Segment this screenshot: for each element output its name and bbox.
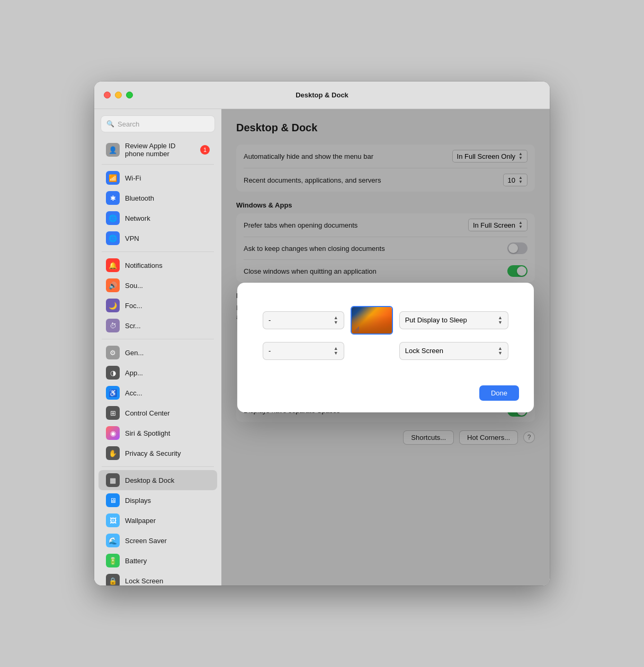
sidebar-label: Foc...	[125, 302, 142, 310]
modal-action-select-1[interactable]: Put Display to Sleep ▲▼	[399, 311, 508, 329]
traffic-lights	[104, 92, 133, 98]
sidebar-label: App...	[125, 369, 143, 377]
modal-corner-select-2[interactable]: - ▲▼	[263, 342, 344, 360]
bluetooth-icon: ✱	[106, 191, 120, 205]
privacy-icon: ✋	[106, 446, 120, 460]
sidebar-label: Siri & Spotlight	[125, 429, 170, 437]
sidebar-item-siri-spotlight[interactable]: ◉ Siri & Spotlight	[99, 423, 217, 443]
sidebar-item-focus[interactable]: 🌙 Foc...	[99, 295, 217, 316]
sidebar-item-displays[interactable]: 🖥 Displays	[99, 490, 217, 510]
modal-action-value-2: Lock Screen	[405, 347, 443, 355]
modal-row-2: - ▲▼ Lock Screen ▲▼	[263, 342, 508, 360]
screen-saver-icon: 🌊	[106, 534, 120, 547]
sidebar-item-lock-screen[interactable]: 🔒 Lock Screen	[99, 571, 217, 585]
sidebar-label: Battery	[125, 557, 147, 565]
maximize-button[interactable]	[126, 92, 133, 98]
sidebar-item-screen-saver[interactable]: 🌊 Screen Saver	[99, 530, 217, 551]
notifications-icon: 🔔	[106, 258, 120, 272]
main-content: Desktop & Dock Automatically hide and sh…	[221, 109, 550, 585]
modal-select-value-2: -	[269, 347, 271, 355]
sidebar-item-appearance[interactable]: ◑ App...	[99, 363, 217, 383]
modal-corner-select-1[interactable]: - ▲▼	[263, 311, 344, 329]
chevron-updown-icon: ▲▼	[498, 346, 503, 356]
divider	[102, 164, 214, 165]
sidebar-item-notifications[interactable]: 🔔 Notifications	[99, 255, 217, 275]
sidebar-item-control-center[interactable]: ⊞ Control Center	[99, 403, 217, 423]
accessibility-icon: ♿	[106, 386, 120, 400]
modal-footer: Done	[252, 385, 519, 401]
minimize-button[interactable]	[115, 92, 122, 98]
sidebar-label: Desktop & Dock	[125, 476, 174, 484]
chevron-updown-icon: ▲▼	[334, 316, 338, 325]
sidebar-item-battery[interactable]: 🔋 Battery	[99, 551, 217, 571]
sidebar: 🔍 Search 👤 Review Apple IDphone number 1…	[94, 109, 221, 585]
sidebar-label: VPN	[125, 235, 139, 242]
chevron-updown-icon: ▲▼	[334, 346, 338, 356]
displays-icon: 🖥	[106, 493, 120, 507]
sound-icon: 🔊	[106, 278, 120, 292]
sidebar-item-screen-time[interactable]: ⏱ Scr...	[99, 316, 217, 336]
sidebar-item-vpn[interactable]: 🌐 VPN	[99, 228, 217, 248]
wallpaper-thumbnail	[351, 306, 393, 335]
siri-icon: ◉	[106, 426, 120, 440]
appearance-icon: ◑	[106, 366, 120, 380]
hot-corners-modal: - ▲▼ Put Display to Sleep ▲▼	[237, 283, 534, 412]
wallpaper-icon: 🖼	[106, 513, 120, 527]
modal-action-select-2[interactable]: Lock Screen ▲▼	[399, 342, 508, 360]
lock-screen-icon: 🔒	[106, 574, 120, 585]
sidebar-label: Sou...	[125, 282, 143, 290]
close-button[interactable]	[104, 92, 111, 98]
sidebar-item-general[interactable]: ⚙ Gen...	[99, 342, 217, 363]
modal-action-value-1: Put Display to Sleep	[405, 316, 467, 324]
modal-overlay: - ▲▼ Put Display to Sleep ▲▼	[221, 109, 550, 585]
sidebar-label: Wallpaper	[125, 517, 156, 525]
wallpaper-corner-indicator	[353, 326, 359, 332]
sidebar-item-privacy-security[interactable]: ✋ Privacy & Security	[99, 443, 217, 463]
control-center-icon: ⊞	[106, 406, 120, 420]
divider	[102, 251, 214, 252]
done-button[interactable]: Done	[479, 385, 519, 401]
sidebar-item-wallpaper[interactable]: 🖼 Wallpaper	[99, 510, 217, 530]
system-preferences-window: Desktop & Dock 🔍 Search 👤 Review Apple I…	[94, 82, 550, 585]
sidebar-label: Lock Screen	[125, 577, 163, 585]
sidebar-item-sound[interactable]: 🔊 Sou...	[99, 275, 217, 295]
modal-select-value-1: -	[269, 316, 271, 324]
battery-icon: 🔋	[106, 554, 120, 567]
sidebar-label: Network	[125, 214, 150, 222]
sidebar-item-bluetooth[interactable]: ✱ Bluetooth	[99, 188, 217, 208]
divider	[102, 339, 214, 339]
search-placeholder: Search	[118, 120, 139, 128]
sidebar-label: Wi-Fi	[125, 174, 141, 182]
sidebar-item-accessibility[interactable]: ♿ Acc...	[99, 383, 217, 403]
sidebar-label: Control Center	[125, 409, 170, 417]
sidebar-label: Notifications	[125, 262, 163, 269]
network-icon: 🌐	[106, 211, 120, 225]
modal-content-area: - ▲▼ Put Display to Sleep ▲▼	[252, 298, 519, 376]
sidebar-label: Bluetooth	[125, 194, 154, 202]
sidebar-label: Privacy & Security	[125, 449, 181, 457]
title-bar: Desktop & Dock	[94, 82, 550, 109]
review-apple-id-icon: 👤	[106, 143, 120, 157]
divider	[102, 466, 214, 467]
screen-time-icon: ⏱	[106, 319, 120, 332]
sidebar-label: Acc...	[125, 389, 142, 397]
wallpaper-gradient	[352, 307, 392, 334]
vpn-icon: 🌐	[106, 231, 120, 245]
sidebar-label: Displays	[125, 497, 151, 504]
window-title: Desktop & Dock	[296, 91, 348, 99]
desktop-dock-icon: ▦	[106, 473, 120, 487]
wifi-icon: 📶	[106, 171, 120, 185]
search-bar[interactable]: 🔍 Search	[101, 115, 215, 132]
focus-icon: 🌙	[106, 299, 120, 312]
sidebar-item-network[interactable]: 🌐 Network	[99, 208, 217, 228]
search-icon: 🔍	[106, 120, 114, 128]
sidebar-item-review-apple-id[interactable]: 👤 Review Apple IDphone number 1	[99, 139, 217, 161]
notification-badge: 1	[200, 145, 210, 155]
sidebar-label: Review Apple IDphone number	[125, 142, 175, 158]
general-icon: ⚙	[106, 346, 120, 359]
sidebar-label: Screen Saver	[125, 537, 167, 545]
sidebar-item-desktop-dock[interactable]: ▦ Desktop & Dock	[99, 470, 217, 490]
sidebar-label: Gen...	[125, 349, 144, 357]
chevron-updown-icon: ▲▼	[498, 316, 503, 325]
sidebar-item-wifi[interactable]: 📶 Wi-Fi	[99, 168, 217, 188]
